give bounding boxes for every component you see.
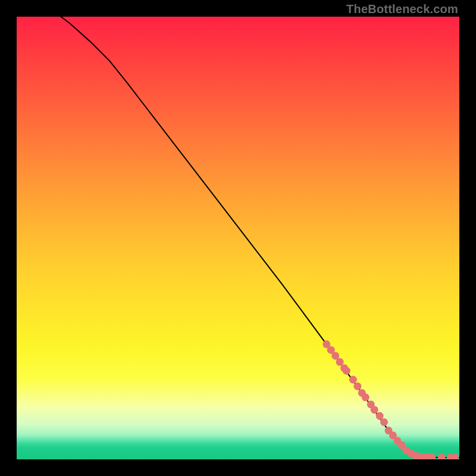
highlight-scatter [322, 340, 459, 459]
bottleneck-curve [61, 17, 459, 458]
scatter-point [343, 367, 350, 375]
scatter-point [376, 412, 384, 420]
scatter-point [353, 383, 361, 390]
scatter-point [336, 358, 344, 366]
scatter-point [362, 393, 369, 401]
plot-area [17, 17, 459, 459]
scatter-point [349, 376, 357, 384]
scatter-point [380, 418, 388, 426]
scatter-point [371, 406, 378, 414]
scatter-point [331, 352, 339, 359]
attribution-text: TheBottleneck.com [346, 2, 458, 16]
scatter-point [438, 454, 446, 460]
plot-svg-overlay [17, 17, 459, 459]
